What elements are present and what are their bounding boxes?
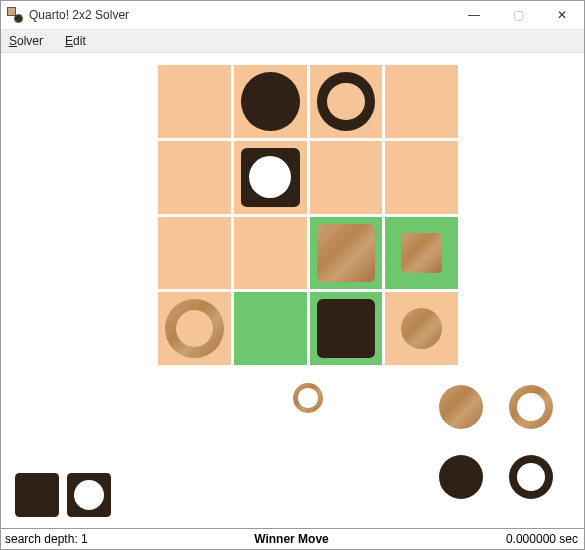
cell-0-2[interactable] <box>310 65 383 138</box>
cell-0-1[interactable] <box>234 65 307 138</box>
piece-wood-square-big[interactable] <box>317 224 376 283</box>
tray-bl-1[interactable] <box>67 473 111 517</box>
cell-0-3[interactable] <box>385 65 458 138</box>
cell-1-3[interactable] <box>385 141 458 214</box>
cell-2-3[interactable] <box>385 217 458 290</box>
menu-edit[interactable]: Edit <box>61 33 90 49</box>
client-area <box>1 53 584 528</box>
game-board <box>158 65 458 365</box>
cell-1-0[interactable] <box>158 141 231 214</box>
status-bar: search depth: 1 Winner Move 0.000000 sec <box>1 528 584 549</box>
cell-0-0[interactable] <box>158 65 231 138</box>
piece-wood-ring-big[interactable] <box>509 385 553 429</box>
cell-3-0[interactable] <box>158 292 231 365</box>
maximize-button: ▢ <box>496 1 540 29</box>
cell-3-2[interactable] <box>310 292 383 365</box>
piece-dark-square-hollow-small[interactable] <box>67 473 111 517</box>
piece-dark-ring-big[interactable] <box>509 455 553 499</box>
app-icon <box>7 7 23 23</box>
piece-dark-square-small[interactable] <box>15 473 59 517</box>
window-title: Quarto! 2x2 Solver <box>29 8 129 22</box>
menu-bar: Solver Edit <box>1 30 584 53</box>
tray-br-2[interactable] <box>439 455 483 499</box>
status-result: Winner Move <box>196 532 387 546</box>
cell-3-3[interactable] <box>385 292 458 365</box>
piece-dark-square-hollow[interactable] <box>241 148 300 207</box>
piece-dark-circle-hollow[interactable] <box>317 72 376 131</box>
cell-1-1[interactable] <box>234 141 307 214</box>
cell-2-0[interactable] <box>158 217 231 290</box>
piece-wood-circle-big[interactable] <box>439 385 483 429</box>
cell-3-1[interactable] <box>234 292 307 365</box>
tray-br-0[interactable] <box>439 385 483 429</box>
tray-br-1[interactable] <box>509 385 553 429</box>
cell-1-2[interactable] <box>310 141 383 214</box>
piece-wood-circle-hollow[interactable] <box>165 299 224 358</box>
cell-2-2[interactable] <box>310 217 383 290</box>
piece-dark-circle-solid[interactable] <box>241 72 300 131</box>
piece-dark-square-big[interactable] <box>317 299 376 358</box>
app-window: Quarto! 2x2 Solver — ▢ ✕ Solver Edit <box>0 0 585 550</box>
status-time: 0.000000 sec <box>387 532 584 546</box>
piece-wood-ring-small[interactable] <box>293 383 323 413</box>
piece-wood-circle-small[interactable] <box>401 308 442 349</box>
status-depth: search depth: 1 <box>1 532 196 546</box>
piece-dark-circle-big[interactable] <box>439 455 483 499</box>
close-button[interactable]: ✕ <box>540 1 584 29</box>
next-piece[interactable] <box>293 383 323 413</box>
minimize-button[interactable]: — <box>452 1 496 29</box>
menu-solver[interactable]: Solver <box>5 33 47 49</box>
piece-wood-square-small[interactable] <box>401 233 442 274</box>
title-bar: Quarto! 2x2 Solver — ▢ ✕ <box>1 1 584 30</box>
tray-br-3[interactable] <box>509 455 553 499</box>
piece-green-circle[interactable] <box>241 299 300 358</box>
cell-2-1[interactable] <box>234 217 307 290</box>
tray-bl-0[interactable] <box>15 473 59 517</box>
